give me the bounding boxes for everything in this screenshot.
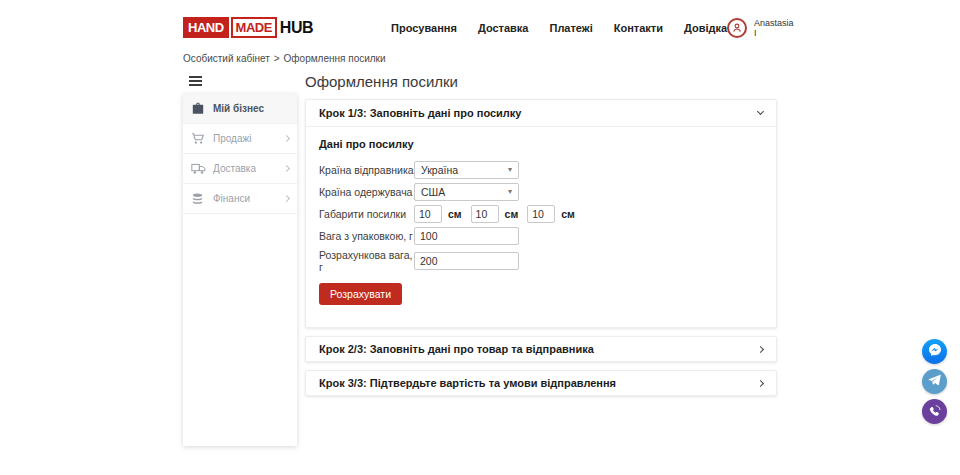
step-3-card: Крок 3/3: Підтвердьте вартість та умови … — [305, 370, 777, 396]
sender-country-select[interactable]: Україна ▾ — [414, 161, 519, 179]
cart-icon — [191, 132, 206, 145]
sidebar-item-my-business[interactable]: Мій бізнес — [183, 94, 297, 124]
nav-contacts[interactable]: Контакти — [614, 22, 663, 34]
breadcrumb-current: Оформлення посилки — [284, 53, 386, 64]
logo-hand: HAND — [183, 17, 229, 38]
chevron-right-icon — [283, 195, 290, 202]
step-1-card: Крок 1/3: Заповніть дані про посилку Дан… — [305, 99, 777, 328]
parcel-data-section-title: Дані про посилку — [319, 138, 763, 150]
sidebar: Мій бізнес Продажі Доставка — [183, 94, 297, 446]
step-3-title: Крок 3/3: Підтвердьте вартість та умови … — [319, 377, 616, 389]
chevron-right-icon — [757, 345, 764, 352]
chevron-right-icon — [757, 379, 764, 386]
breadcrumb: Особистий кабінет>Оформлення посилки — [183, 53, 777, 64]
messenger-icon — [927, 342, 943, 362]
sidebar-item-label: Доставка — [213, 163, 256, 174]
dimension-unit: см — [505, 208, 519, 220]
user-menu[interactable]: Anastasia I — [727, 18, 794, 38]
briefcase-icon — [191, 102, 206, 115]
nav-help[interactable]: Довідка — [684, 22, 727, 34]
telegram-icon — [927, 372, 942, 391]
recipient-country-label: Країна одержувача — [319, 186, 414, 198]
main-nav: Просування Доставка Платежі Контакти Дов… — [391, 22, 727, 34]
chevron-right-icon — [283, 135, 290, 142]
sidebar-toggle-icon[interactable] — [189, 76, 297, 86]
dropdown-arrow-icon: ▾ — [508, 166, 512, 174]
nav-delivery[interactable]: Доставка — [478, 22, 529, 34]
page-title: Оформлення посилки — [305, 73, 777, 90]
header: HAND MADE HUB Просування Доставка Платеж… — [183, 0, 777, 38]
sidebar-item-delivery[interactable]: Доставка — [183, 154, 297, 184]
dimension-unit: см — [448, 208, 462, 220]
user-name: Anastasia I — [754, 18, 794, 38]
step-2-card: Крок 2/3: Заповніть дані про товар та ві… — [305, 336, 777, 362]
nav-promotion[interactable]: Просування — [391, 22, 457, 34]
dimension-length-input[interactable] — [414, 205, 442, 223]
viber-icon — [928, 403, 942, 421]
user-avatar-icon — [727, 18, 747, 38]
viber-button[interactable] — [922, 399, 947, 424]
step-3-header[interactable]: Крок 3/3: Підтвердьте вартість та умови … — [306, 371, 776, 395]
packed-weight-label: Вага з упаковкою, г — [319, 230, 414, 242]
step-2-title: Крок 2/3: Заповніть дані про товар та ві… — [319, 343, 594, 355]
telegram-button[interactable] — [922, 369, 947, 394]
dimensions-label: Габарити посилки — [319, 208, 414, 220]
truck-icon — [191, 163, 206, 175]
recipient-country-value: США — [421, 186, 445, 198]
dropdown-arrow-icon: ▾ — [508, 188, 512, 196]
packed-weight-input[interactable] — [414, 227, 519, 245]
breadcrumb-parent[interactable]: Особистий кабінет — [183, 53, 270, 64]
logo-made: MADE — [231, 17, 277, 38]
calculated-weight-input[interactable] — [414, 252, 519, 270]
step-1-header[interactable]: Крок 1/3: Заповніть дані про посилку — [306, 100, 776, 127]
logo[interactable]: HAND MADE HUB — [183, 17, 313, 38]
messenger-button[interactable] — [922, 339, 947, 364]
dimension-width-input[interactable] — [471, 205, 499, 223]
sidebar-item-label: Мій бізнес — [213, 103, 264, 114]
chevron-right-icon — [283, 165, 290, 172]
sidebar-item-finance[interactable]: Фінанси — [183, 184, 297, 214]
coins-icon — [191, 193, 206, 205]
logo-hub: HUB — [280, 19, 313, 37]
sidebar-item-label: Продажі — [213, 133, 251, 144]
sidebar-item-sales[interactable]: Продажі — [183, 124, 297, 154]
sender-country-label: Країна відправника — [319, 164, 414, 176]
social-widgets — [922, 339, 947, 424]
step-1-body: Дані про посилку Країна відправника Укра… — [306, 127, 776, 327]
dimension-height-input[interactable] — [527, 205, 555, 223]
sidebar-item-label: Фінанси — [213, 193, 250, 204]
sender-country-value: Україна — [421, 164, 458, 176]
step-2-header[interactable]: Крок 2/3: Заповніть дані про товар та ві… — [306, 337, 776, 361]
step-1-title: Крок 1/3: Заповніть дані про посилку — [319, 107, 521, 119]
calculated-weight-label: Розрахункова вага, г — [319, 249, 414, 273]
calculate-button[interactable]: Розрахувати — [319, 283, 402, 305]
breadcrumb-separator: > — [274, 53, 280, 64]
chevron-down-icon — [757, 108, 764, 115]
recipient-country-select[interactable]: США ▾ — [414, 183, 519, 201]
dimension-unit: см — [561, 208, 575, 220]
nav-payments[interactable]: Платежі — [549, 22, 592, 34]
